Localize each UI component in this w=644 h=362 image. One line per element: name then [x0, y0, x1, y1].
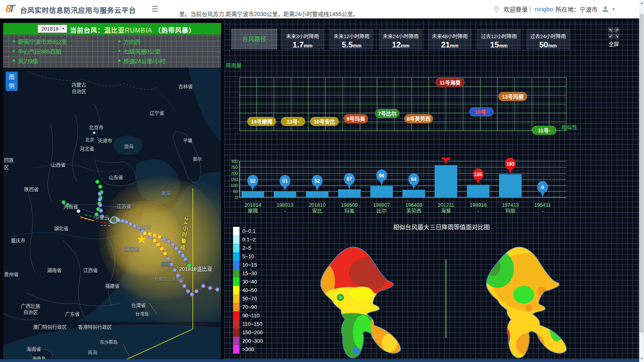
map-label: 湖北省	[54, 225, 68, 232]
comparison-title: 相似台风最大三日降雨等值面对比图	[377, 222, 506, 231]
page-scrollbar[interactable]: ▲ ▼	[639, 0, 644, 362]
rain-button-5[interactable]: 过去12小时降雨15mm	[477, 29, 520, 49]
map-label: 上海市	[137, 223, 151, 230]
typhoon-stat: 移速24公里/小时	[118, 57, 224, 64]
legend-row: 10~15	[233, 261, 263, 269]
legend-swatch	[233, 328, 239, 337]
map-label: 福建省	[105, 282, 120, 289]
typhoon-id-select[interactable]: 201818 ▼	[37, 25, 67, 33]
map-label: 台湾岛	[136, 311, 149, 317]
legend-label: 90~110	[242, 313, 260, 319]
legend-row: 150~200	[233, 328, 263, 337]
hamburger-menu-icon[interactable]: ☰	[151, 4, 158, 14]
svg-text:13号-: 13号-	[287, 119, 299, 125]
bottom-strip	[0, 359, 639, 362]
map-label: 广东省	[65, 311, 80, 317]
legend-swatch	[233, 345, 239, 354]
rainfall-color-legend: 0~0.10.1~22~55~1010~1515~3030~4040~5050~…	[233, 227, 263, 354]
legend-swatch	[233, 235, 239, 244]
svg-text:201814: 201814	[244, 202, 261, 208]
svg-text:玛美: 玛美	[344, 208, 354, 214]
typhoon-name-en: RUMBIA	[125, 27, 152, 34]
map-label: 山西省	[51, 161, 66, 168]
svg-text:198807: 198807	[373, 202, 390, 208]
current-typhoon-bar: 201818 ▼ 当前台风：温比亚RUMBIA （热带风暴）	[3, 23, 221, 35]
bullet-icon	[118, 60, 120, 62]
svg-text:64: 64	[411, 177, 417, 182]
fullscreen-label: 全屏	[606, 40, 622, 47]
map-label: 内蒙古	[72, 81, 86, 88]
rain-button-1[interactable]: 未来3小时降雨1.7mm	[281, 29, 324, 49]
map-label: 平壤	[183, 137, 192, 144]
legend-row: 70~90	[233, 303, 263, 311]
bullet-icon	[118, 50, 120, 52]
map-label: 赤尾屿	[172, 276, 184, 282]
bullet-icon	[118, 40, 120, 42]
rain-button-4[interactable]: 未来48小时降雨21mm	[428, 29, 471, 49]
map-label: 陕西省	[24, 186, 39, 193]
map-legend-button[interactable]: 图例	[6, 72, 18, 91]
contour-map-right	[479, 244, 572, 362]
map-label: 吉林省	[178, 83, 193, 90]
username-link[interactable]: ningbo	[535, 6, 553, 12]
svg-text:198913: 198913	[277, 202, 293, 208]
typhoon-stat: 方向西	[118, 38, 224, 45]
legend-label: 150~200	[242, 329, 263, 335]
legend-label: 10~15	[242, 262, 257, 268]
scrollbar-thumb[interactable]	[640, 14, 644, 333]
svg-text:201211: 201211	[438, 202, 454, 208]
map-label: 辽宁省	[150, 109, 164, 116]
typhoon-stat: 风力9级	[13, 57, 118, 64]
svg-text:7号比尔: 7号比尔	[378, 111, 396, 117]
legend-swatch	[233, 286, 239, 294]
typhoon-stat: 七级风圈0公里	[118, 47, 224, 54]
svg-text:67: 67	[347, 176, 352, 182]
typhoon-path-button[interactable]: 台风路径	[231, 29, 277, 49]
map-label: 台湾省	[131, 302, 146, 309]
svg-text:11号海葵: 11号海葵	[440, 80, 461, 86]
map-label: 香港特别行政区	[78, 323, 112, 330]
legend-swatch	[233, 278, 239, 286]
page-title: 台风实时信息防汛应用与服务云平台	[20, 5, 136, 15]
map-label: 北京市	[89, 124, 103, 131]
rainfall-axis-label: 降雨量	[226, 61, 242, 69]
legend-swatch	[233, 320, 239, 328]
fullscreen-icon: ↖↗↙↘	[606, 27, 622, 39]
rain-button-2[interactable]: 未来12小时降雨5.5mm	[330, 29, 373, 49]
rain-button-3[interactable]: 未来24小时降雨12mm	[379, 29, 422, 49]
fullscreen-button[interactable]: ↖↗↙↘ 全屏	[606, 27, 622, 47]
map-label: 自治区	[72, 88, 86, 95]
typhoon-dashboard: 8T 台风实时信息防汛应用与服务云平台 ☰ 里。当前台风苏力,距离宁波市2030…	[0, 0, 644, 362]
map-label: 贵州省	[4, 271, 19, 278]
right-panel: 台风路径 未来3小时降雨1.7mm未来12小时降雨5.5mm未来24小时降雨12…	[224, 19, 639, 359]
welcome-login-link[interactable]: 欢迎登录	[504, 5, 528, 13]
legend-swatch	[233, 261, 239, 269]
user-avatar-icon[interactable]	[602, 6, 609, 13]
map-label: 首尔	[193, 156, 202, 162]
scroll-up-icon[interactable]: ▲	[639, 0, 644, 6]
map-label: 区	[4, 164, 9, 171]
typhoon-map[interactable]: ★ 内蒙古自治区吉林省辽宁省北京市★北京天津市河北省渤海平壤首尔山西省山东省回族…	[3, 68, 221, 361]
map-label: 东海	[161, 260, 170, 267]
svg-text:0: 0	[541, 185, 544, 190]
legend-label: 5~10	[242, 253, 254, 259]
legend-label: 40~50	[242, 287, 257, 293]
map-label: 回族	[4, 156, 14, 163]
svg-text:250: 250	[231, 165, 238, 170]
rain-button-6[interactable]: 过去24小时降雨50mm	[526, 29, 570, 49]
svg-text:-: -	[477, 208, 479, 214]
svg-text:50: 50	[233, 189, 238, 194]
legend-swatch	[233, 303, 239, 311]
legend-swatch	[233, 252, 239, 261]
map-label: 海南省	[27, 346, 41, 352]
current-typhoon-label: 当前台风：	[70, 27, 104, 34]
typhoon-track-layer: ★	[3, 68, 221, 361]
typhoon-category: （热带风暴）	[155, 27, 196, 34]
svg-text:198509: 198509	[341, 202, 358, 208]
typhoon-stats-grid: 距离宁波市358公里方向西中心气压985百帕七级风圈0公里风力9级移速24公里/…	[3, 38, 221, 64]
legend-label: 15~30	[242, 270, 257, 276]
svg-text:9号玛美: 9号玛美	[347, 116, 365, 122]
scroll-down-icon[interactable]: ▼	[639, 356, 644, 362]
chevron-down-icon[interactable]: ▼	[611, 7, 616, 12]
map-label: 江西省	[83, 267, 98, 274]
